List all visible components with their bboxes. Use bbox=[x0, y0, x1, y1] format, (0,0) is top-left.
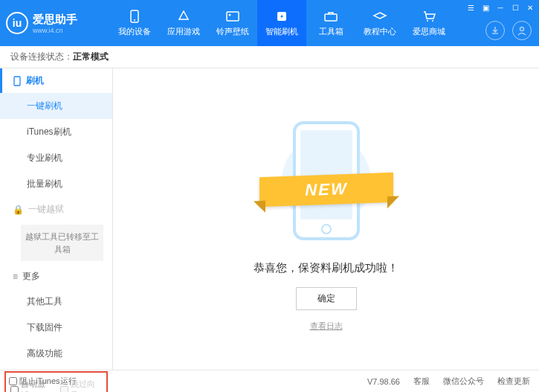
sidebar-item-itunes[interactable]: iTunes刷机 bbox=[0, 119, 112, 145]
footer-support[interactable]: 客服 bbox=[413, 376, 430, 387]
svg-rect-2 bbox=[227, 12, 239, 21]
svg-point-6 bbox=[427, 20, 428, 22]
sidebar-item-other[interactable]: 其他工具 bbox=[0, 289, 112, 315]
svg-rect-5 bbox=[325, 14, 337, 21]
sidebar-options: 自动激活 跳过向导 bbox=[4, 371, 108, 392]
menu-icon[interactable]: ☰ bbox=[466, 3, 475, 12]
nav-store[interactable]: 爱思商城 bbox=[404, 0, 454, 46]
skip-guide-checkbox[interactable]: 跳过向导 bbox=[60, 379, 103, 392]
apps-icon bbox=[176, 10, 191, 23]
view-log-link[interactable]: 查看日志 bbox=[310, 321, 343, 332]
phone-icon bbox=[13, 76, 22, 86]
success-message: 恭喜您，保资料刷机成功啦！ bbox=[254, 261, 398, 275]
logo-area: iu 爱思助手 www.i4.cn bbox=[6, 12, 103, 34]
user-icon[interactable] bbox=[512, 21, 532, 40]
download-icon[interactable] bbox=[485, 21, 505, 40]
footer-update[interactable]: 检查更新 bbox=[497, 376, 530, 387]
hat-icon bbox=[372, 10, 387, 23]
main-content: NEW 恭喜您，保资料刷机成功啦！ 确定 查看日志 bbox=[113, 68, 539, 370]
ok-button[interactable]: 确定 bbox=[296, 287, 357, 310]
footer-wechat[interactable]: 微信公众号 bbox=[443, 376, 484, 387]
svg-point-1 bbox=[134, 19, 135, 21]
more-icon: ≡ bbox=[13, 271, 18, 282]
sidebar-item-pro[interactable]: 专业刷机 bbox=[0, 145, 112, 171]
app-url: www.i4.cn bbox=[33, 27, 77, 34]
svg-point-3 bbox=[229, 13, 231, 16]
sidebar-item-advanced[interactable]: 高级功能 bbox=[0, 341, 112, 367]
sidebar-item-oneclick[interactable]: 一键刷机 bbox=[0, 93, 112, 119]
nav-apps[interactable]: 应用游戏 bbox=[159, 0, 208, 46]
maximize-icon[interactable]: ☐ bbox=[511, 3, 520, 12]
sidebar-section-more[interactable]: ≡ 更多 bbox=[0, 264, 112, 289]
flash-icon bbox=[274, 10, 289, 23]
nav-ringtones[interactable]: 铃声壁纸 bbox=[208, 0, 257, 46]
app-header: iu 爱思助手 www.i4.cn 我的设备 应用游戏 铃声壁纸 智能刷机 工具… bbox=[0, 0, 539, 46]
nav-tutorials[interactable]: 教程中心 bbox=[355, 0, 404, 46]
nav-flash[interactable]: 智能刷机 bbox=[257, 0, 306, 46]
toolbox-icon bbox=[323, 10, 338, 23]
svg-point-8 bbox=[520, 28, 524, 31]
header-actions bbox=[485, 21, 532, 40]
version-label: V7.98.66 bbox=[367, 377, 400, 386]
status-value: 正常模式 bbox=[73, 51, 109, 63]
minimize-icon[interactable]: ─ bbox=[496, 3, 505, 12]
close-icon[interactable]: ✕ bbox=[526, 3, 535, 12]
sidebar-section-jailbreak: 🔒 一键越狱 bbox=[0, 197, 112, 222]
sidebar-item-firmware[interactable]: 下载固件 bbox=[0, 315, 112, 341]
image-icon bbox=[225, 10, 240, 23]
sidebar-item-batch[interactable]: 批量刷机 bbox=[0, 171, 112, 197]
lock-icon: 🔒 bbox=[13, 205, 24, 215]
status-label: 设备连接状态： bbox=[10, 51, 73, 63]
svg-point-7 bbox=[432, 20, 433, 22]
window-controls: ☰ ▣ ─ ☐ ✕ bbox=[466, 3, 535, 12]
app-name: 爱思助手 bbox=[33, 13, 77, 27]
sidebar-section-flash[interactable]: 刷机 bbox=[0, 68, 112, 93]
jailbreak-note: 越狱工具已转移至工具箱 bbox=[21, 225, 103, 261]
status-bar: 设备连接状态： 正常模式 bbox=[0, 46, 539, 68]
new-banner: NEW bbox=[259, 173, 393, 207]
sidebar: 刷机 一键刷机 iTunes刷机 专业刷机 批量刷机 🔒 一键越狱 越狱工具已转… bbox=[0, 68, 113, 370]
top-nav: 我的设备 应用游戏 铃声壁纸 智能刷机 工具箱 教程中心 爱思商城 bbox=[110, 0, 454, 46]
svg-rect-9 bbox=[14, 77, 20, 86]
nav-toolbox[interactable]: 工具箱 bbox=[306, 0, 355, 46]
auto-activate-checkbox[interactable]: 自动激活 bbox=[10, 379, 53, 392]
logo-icon: iu bbox=[6, 12, 28, 34]
success-illustration: NEW bbox=[252, 114, 401, 248]
cart-icon bbox=[422, 10, 436, 23]
skin-icon[interactable]: ▣ bbox=[481, 3, 490, 12]
device-icon bbox=[127, 10, 142, 23]
nav-my-device[interactable]: 我的设备 bbox=[110, 0, 159, 46]
